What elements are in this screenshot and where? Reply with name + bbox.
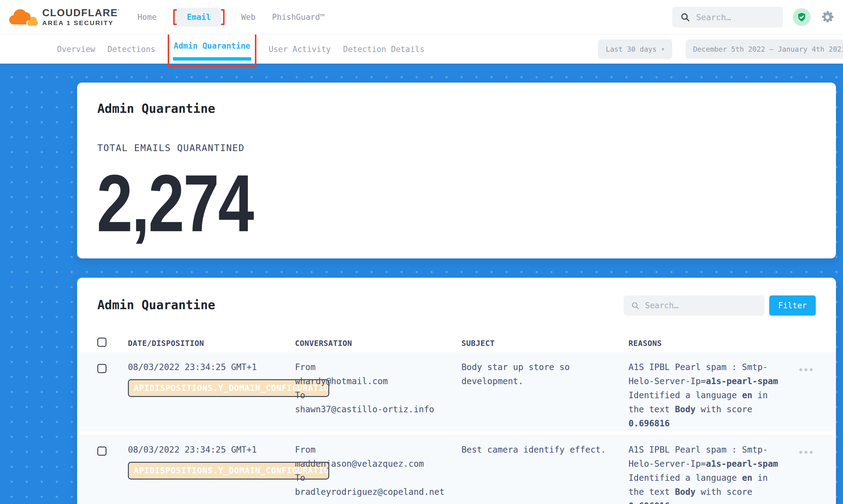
to-label: To — [295, 471, 454, 485]
to-label: To — [295, 389, 454, 402]
annotation-box-admin-quarantine: Admin Quarantine — [168, 33, 257, 67]
quarantine-table-card: Admin Quarantine Filter DATE/DISPOSITION… — [77, 278, 836, 504]
tab-admin-quarantine[interactable]: Admin Quarantine — [174, 41, 250, 51]
row-subject: Best camera identify effect. — [461, 443, 611, 457]
row-actions-menu[interactable] — [799, 451, 813, 454]
date-range-text: December 5th 2022 — January 4th 2023 — [693, 45, 843, 53]
row-subject: Body star up store so development. — [461, 360, 611, 389]
row-checkbox[interactable] — [97, 364, 106, 373]
brand-subtitle: AREA 1 SECURITY — [42, 19, 120, 26]
nav-item-phishguard[interactable]: PhishGuard™ — [272, 13, 324, 22]
filter-button[interactable]: Filter — [769, 295, 816, 316]
time-range-dropdown[interactable]: Last 30 days ▼ — [598, 39, 672, 59]
settings-gear-icon[interactable] — [820, 10, 835, 24]
row-date: 08/03/2022 23:34:25 GMT+1 — [128, 443, 257, 457]
tab-detections[interactable]: Detections — [107, 44, 155, 54]
tab-user-activity[interactable]: User Activity — [269, 44, 331, 54]
table-search-input[interactable] — [645, 301, 757, 310]
row-conversation: From whardy@hotmail.com To shawn37@casti… — [295, 360, 454, 416]
row-actions-menu[interactable] — [799, 368, 813, 371]
to-email: bradleyrodriguez@copeland.net — [295, 485, 454, 499]
table-card-title: Admin Quarantine — [97, 298, 215, 312]
global-search[interactable] — [672, 7, 783, 28]
from-label: From — [295, 443, 454, 457]
from-email: whardy@hotmail.com — [295, 374, 454, 389]
row-reasons: A1S IPBL Pearl spam : Smtp-Helo-Server-I… — [629, 443, 781, 504]
metric-label: TOTAL EMAILS QUARANTINED — [97, 143, 245, 153]
summary-card-title: Admin Quarantine — [97, 102, 215, 115]
top-nav-items: Home Email Web PhishGuard™ — [137, 9, 324, 25]
tab-detection-details[interactable]: Detection Details — [343, 44, 424, 54]
table-search[interactable] — [624, 295, 765, 316]
tab-overview[interactable]: Overview — [57, 44, 95, 54]
trademark-mark: ’ — [118, 8, 120, 14]
metric-value: 2,274 — [97, 163, 253, 244]
row-conversation: From maddenjason@velazquez.com To bradle… — [295, 443, 454, 499]
annotation-box-email: Email — [173, 9, 225, 25]
select-all-checkbox[interactable] — [97, 338, 106, 347]
active-tab-underline — [173, 57, 251, 60]
main-content-area: Admin Quarantine TOTAL EMAILS QUARANTINE… — [0, 64, 843, 504]
time-range-label: Last 30 days — [606, 45, 657, 53]
column-header-date-disposition: DATE/DISPOSITION — [128, 339, 204, 348]
top-nav-right — [672, 7, 835, 28]
row-date: 08/03/2022 23:34:25 GMT+1 — [128, 360, 257, 374]
search-icon — [631, 301, 639, 310]
column-header-subject: SUBJECT — [461, 339, 495, 348]
section-tabs: Overview Detections Admin Quarantine Use… — [57, 31, 424, 67]
chevron-down-icon: ▼ — [662, 47, 664, 52]
table-row: 08/03/2022 23:34:25 GMT+1 APIDISPOSITION… — [77, 352, 836, 431]
to-email: shawn37@castillo-ortiz.info — [295, 402, 454, 416]
table-row: 08/03/2022 23:34:25 GMT+1 APIDISPOSITION… — [77, 435, 836, 504]
nav-item-web[interactable]: Web — [241, 13, 256, 22]
brand-text: CLOUDFLARE’ AREA 1 SECURITY — [42, 8, 120, 27]
search-icon — [680, 12, 690, 22]
row-checkbox[interactable] — [97, 447, 106, 456]
date-filters: Last 30 days ▼ December 5th 2022 — Janua… — [598, 39, 843, 59]
cloudflare-cloud-icon — [9, 7, 37, 27]
date-range-display[interactable]: December 5th 2022 — January 4th 2023 — [686, 39, 843, 59]
column-header-conversation: CONVERSATION — [295, 339, 352, 348]
column-header-reasons: REASONS — [629, 339, 662, 348]
from-email: maddenjason@velazquez.com — [295, 457, 454, 471]
nav-item-home[interactable]: Home — [137, 13, 157, 22]
cloudflare-logo: CLOUDFLARE’ AREA 1 SECURITY — [9, 7, 120, 27]
brand-name: CLOUDFLARE’ — [42, 8, 120, 18]
summary-card: Admin Quarantine TOTAL EMAILS QUARANTINE… — [77, 83, 836, 258]
top-navbar: CLOUDFLARE’ AREA 1 SECURITY Home Email W… — [0, 0, 843, 35]
global-search-input[interactable] — [696, 13, 775, 22]
from-label: From — [295, 360, 454, 374]
row-reasons: A1S IPBL Pearl spam : Smtp-Helo-Server-I… — [629, 360, 781, 431]
security-shield-icon[interactable] — [793, 8, 811, 26]
section-tabs-bar: Overview Detections Admin Quarantine Use… — [0, 35, 843, 64]
nav-item-email[interactable]: Email — [177, 8, 221, 26]
